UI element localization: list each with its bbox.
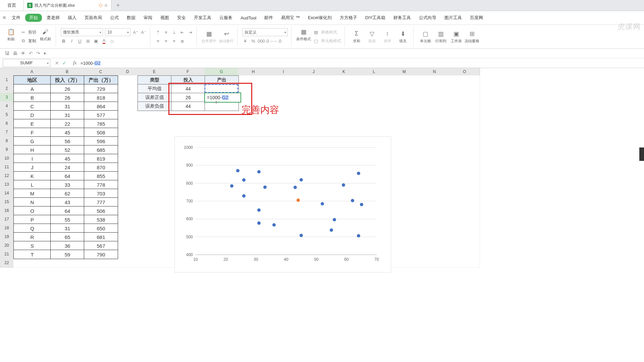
cell-B8[interactable]: 56	[50, 136, 85, 146]
align-bot-icon[interactable]: ⇣	[171, 29, 177, 35]
cell-B21[interactable]: 59	[50, 250, 85, 259]
cell-C6[interactable]: 785	[84, 119, 118, 128]
italic-icon[interactable]: I	[69, 38, 75, 44]
row-header-20[interactable]: 20	[0, 241, 14, 250]
indent-inc-icon[interactable]: ⇥	[187, 29, 193, 35]
cell-B11[interactable]: 24	[50, 163, 85, 172]
cell-N8[interactable]	[419, 136, 450, 145]
cell-O5[interactable]	[449, 110, 480, 119]
cell-K7[interactable]	[329, 128, 359, 137]
cell-N7[interactable]	[419, 128, 450, 137]
cell-E6[interactable]	[138, 119, 171, 128]
cell-C12[interactable]: 855	[84, 171, 118, 181]
cell-A15[interactable]: N	[13, 197, 51, 207]
cell-M13[interactable]	[389, 180, 420, 189]
formula-input[interactable]: =1000-G2	[78, 61, 644, 66]
col-header-G[interactable]: G	[205, 68, 238, 76]
cell-L1[interactable]	[359, 75, 389, 84]
cell-O13[interactable]	[449, 180, 480, 189]
cell-B9[interactable]: 52	[50, 145, 85, 155]
row-header-17[interactable]: 17	[0, 215, 14, 224]
name-box[interactable]: SUMIF	[3, 59, 50, 67]
cell-O7[interactable]	[449, 128, 480, 137]
cell-E15[interactable]	[138, 197, 171, 206]
underline-icon[interactable]: U	[77, 38, 83, 44]
row-header-2[interactable]: 2	[0, 84, 14, 93]
cell-E3[interactable]: 误差正值	[138, 93, 172, 102]
percent-icon[interactable]: %	[250, 38, 256, 44]
cell-B10[interactable]: 45	[50, 154, 85, 163]
cell-A16[interactable]: O	[13, 206, 51, 216]
fill-button[interactable]: ⬇填充	[396, 30, 410, 44]
menu-dev[interactable]: 开发工具	[191, 13, 215, 22]
cell-E8[interactable]	[138, 136, 171, 145]
col-header-E[interactable]: E	[138, 68, 171, 76]
cell-O18[interactable]	[449, 224, 480, 233]
cell-D5[interactable]	[117, 110, 138, 119]
cell-N1[interactable]	[419, 75, 450, 84]
cell-A14[interactable]: M	[13, 189, 51, 198]
cell-D14[interactable]	[117, 189, 138, 198]
cell-C20[interactable]: 567	[84, 241, 118, 250]
cell-N20[interactable]	[419, 241, 450, 250]
cell-O3[interactable]	[449, 93, 480, 102]
row-header-18[interactable]: 18	[0, 224, 14, 233]
cell-B12[interactable]: 64	[50, 171, 85, 181]
border-icon[interactable]: ⊞	[85, 38, 91, 44]
dec-inc-icon[interactable]: .0→	[266, 38, 272, 44]
cell-B3[interactable]: 26	[50, 93, 85, 102]
cell-E2[interactable]: 平均值	[138, 84, 172, 94]
cell-D2[interactable]	[117, 84, 138, 93]
menu-fin[interactable]: 财务工具	[390, 13, 414, 22]
align-center-icon[interactable]: ≡	[163, 38, 169, 44]
cell-M12[interactable]	[389, 171, 420, 180]
align-mid-icon[interactable]: ≡	[163, 29, 169, 35]
cell-M20[interactable]	[389, 241, 420, 250]
format-painter-button[interactable]: 🖌格式刷	[38, 28, 52, 45]
menu-review[interactable]: 审阅	[140, 13, 156, 22]
row-header-10[interactable]: 10	[0, 154, 14, 163]
cell-O15[interactable]	[449, 197, 480, 206]
cell-C19[interactable]: 681	[84, 232, 118, 242]
menu-view[interactable]: 视图	[157, 13, 172, 22]
cell-E1[interactable]: 类型	[138, 75, 172, 85]
align-left-icon[interactable]: ≡	[155, 38, 161, 44]
cell-F7[interactable]	[171, 128, 205, 137]
cell-N6[interactable]	[419, 119, 450, 128]
cell-C14[interactable]: 703	[84, 189, 118, 198]
undo-icon[interactable]: ↶	[29, 51, 33, 56]
menu-layout[interactable]: 页面布局	[81, 13, 105, 22]
cell-B19[interactable]: 65	[50, 232, 85, 242]
row-header-21[interactable]: 21	[0, 250, 14, 259]
cell-M10[interactable]	[389, 154, 420, 163]
cell-C11[interactable]: 870	[84, 163, 118, 172]
cell-M4[interactable]	[389, 102, 420, 111]
menu-data[interactable]: 数据	[123, 13, 139, 22]
cell-E10[interactable]	[138, 154, 171, 163]
fill-color-icon[interactable]: ▣	[93, 38, 99, 44]
cell-E16[interactable]	[138, 206, 171, 215]
cell-B4[interactable]: 31	[50, 102, 85, 111]
cell-A3[interactable]: B	[13, 93, 51, 102]
accept-formula-icon[interactable]: ✓	[62, 60, 66, 66]
cell-E13[interactable]	[138, 180, 171, 189]
cell-E19[interactable]	[138, 232, 171, 241]
menu-security[interactable]: 安全	[174, 13, 189, 22]
cell-F4[interactable]: 44	[171, 102, 205, 111]
cell-C1[interactable]: 产出（万）	[84, 75, 118, 85]
menu-cat[interactable]: Excel催化剂	[305, 13, 335, 22]
cell-B5[interactable]: 31	[50, 110, 85, 120]
cell-A2[interactable]: A	[13, 84, 51, 94]
cell-H3[interactable]	[238, 93, 269, 102]
cell-O4[interactable]	[449, 102, 480, 111]
cell-B22[interactable]	[50, 258, 84, 267]
col-header-O[interactable]: O	[449, 68, 480, 76]
cell-E12[interactable]	[138, 171, 171, 180]
cell-G1[interactable]: 产出	[205, 75, 239, 85]
cell-E22[interactable]	[138, 258, 171, 267]
cell-D6[interactable]	[117, 119, 138, 128]
cut-button[interactable]: ✂剪切	[20, 28, 36, 37]
cell-H7[interactable]	[238, 128, 269, 137]
menu-insert[interactable]: 插入	[64, 13, 80, 22]
cell-F6[interactable]	[171, 119, 205, 128]
